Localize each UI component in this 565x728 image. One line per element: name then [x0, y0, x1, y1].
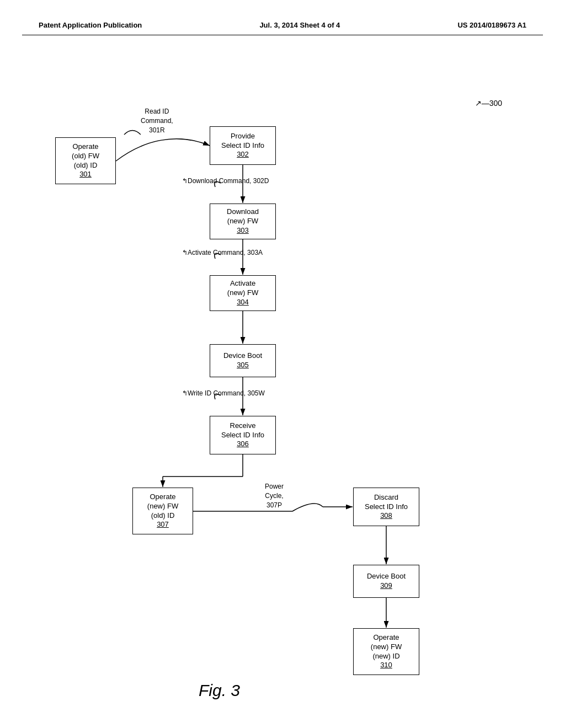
- box-308-text: DiscardSelect ID Info: [365, 493, 408, 512]
- ref-label-300: ↗—300: [475, 99, 502, 108]
- box-306-num: 306: [237, 440, 249, 449]
- box-302: ProvideSelect ID Info 302: [210, 126, 276, 165]
- read-id-label: Read IDCommand,301R: [141, 107, 173, 135]
- box-309-text: Device Boot: [367, 572, 406, 581]
- box-309: Device Boot 309: [353, 565, 419, 598]
- diagram-container: ↗—300 Operate(old) FW(old) ID 301 Read I…: [22, 41, 552, 703]
- box-310-num: 310: [380, 661, 392, 670]
- box-308: DiscardSelect ID Info 308: [353, 488, 419, 526]
- box-302-num: 302: [237, 150, 249, 159]
- box-305: Device Boot 305: [210, 344, 276, 377]
- box-303-num: 303: [237, 226, 249, 235]
- box-308-num: 308: [380, 511, 392, 521]
- box-304-text: Activate(new) FW: [227, 279, 258, 298]
- box-305-num: 305: [237, 361, 249, 370]
- box-307: Operate(new) FW(old) ID 307: [132, 488, 193, 534]
- header-left: Patent Application Publication: [39, 21, 142, 29]
- box-309-num: 309: [380, 581, 392, 591]
- box-303: Download(new) FW 303: [210, 204, 276, 239]
- write-id-cmd-label: ↰Write ID Command, 305W: [182, 389, 265, 397]
- box-301-text: Operate(old) FW(old) ID: [72, 142, 99, 170]
- box-306: ReceiveSelect ID Info 306: [210, 416, 276, 454]
- activate-cmd-label: ↰Activate Command, 303A: [182, 249, 263, 256]
- fig-label: Fig. 3: [199, 681, 240, 700]
- box-301-num: 301: [79, 170, 92, 179]
- box-302-text: ProvideSelect ID Info: [221, 132, 264, 151]
- box-303-text: Download(new) FW: [227, 207, 259, 226]
- download-cmd-label: ↰Download Command, 302D: [182, 177, 269, 185]
- box-310-text: Operate(new) FW(new) ID: [371, 633, 402, 661]
- box-306-text: ReceiveSelect ID Info: [221, 421, 264, 440]
- box-305-text: Device Boot: [223, 351, 262, 361]
- box-307-num: 307: [157, 520, 169, 529]
- box-304: Activate(new) FW 304: [210, 275, 276, 311]
- box-310: Operate(new) FW(new) ID 310: [353, 628, 419, 675]
- header-right: US 2014/0189673 A1: [457, 21, 526, 29]
- box-304-num: 304: [237, 298, 249, 307]
- power-cycle-label: PowerCycle,307P: [265, 482, 284, 510]
- header-center: Jul. 3, 2014 Sheet 4 of 4: [259, 21, 340, 29]
- box-301: Operate(old) FW(old) ID 301: [55, 137, 116, 184]
- box-307-text: Operate(new) FW(old) ID: [147, 493, 178, 521]
